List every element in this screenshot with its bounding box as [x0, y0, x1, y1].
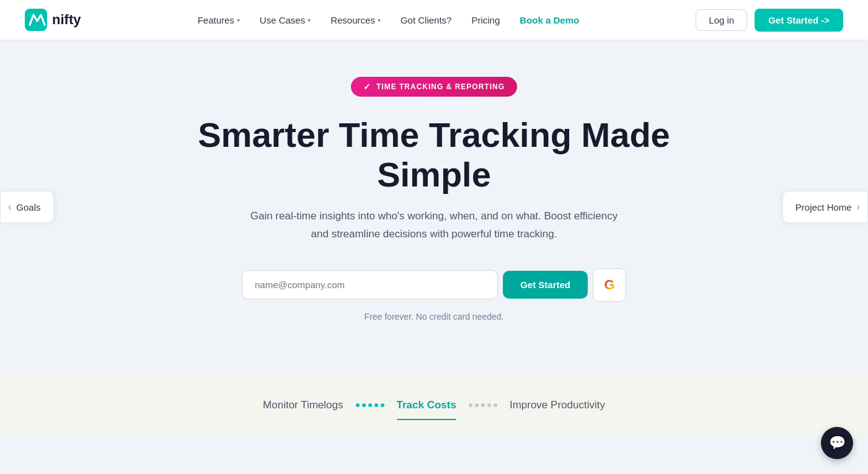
navbar: nifty Features ▾ Use Cases ▾ Resources ▾…	[0, 0, 868, 40]
dot-8	[481, 403, 485, 407]
logo-text: nifty	[52, 12, 81, 28]
side-nav-right: Project Home ›	[782, 191, 868, 223]
tab-dots-left	[356, 403, 384, 407]
nav-pricing[interactable]: Pricing	[464, 10, 507, 30]
project-home-nav-button[interactable]: Project Home ›	[782, 191, 868, 223]
check-icon: ✓	[363, 82, 371, 92]
tab-improve-label: Improve Productivity	[510, 399, 605, 411]
hero-note: Free forever. No credit card needed.	[365, 312, 504, 322]
tab-active-underline	[397, 419, 456, 420]
get-started-hero-button[interactable]: Get Started	[503, 271, 588, 299]
nav-use-cases[interactable]: Use Cases ▾	[252, 10, 318, 30]
nav-actions: Log in Get Started ->	[696, 9, 843, 32]
nav-links: Features ▾ Use Cases ▾ Resources ▾ Got C…	[190, 10, 587, 30]
logo[interactable]: nifty	[25, 9, 81, 31]
chat-icon: 💬	[829, 435, 846, 451]
tabs-section: Monitor Timelogs Track Costs Improve Pro…	[0, 374, 868, 436]
dot-9	[487, 403, 491, 407]
dot-1	[356, 403, 360, 407]
dot-3	[368, 403, 372, 407]
hero-form: Get Started G	[242, 268, 626, 302]
right-chevron-icon: ›	[857, 201, 860, 213]
google-icon: G	[604, 277, 614, 293]
tab-improve-productivity[interactable]: Improve Productivity	[497, 393, 618, 418]
hero-subtitle: Gain real-time insights into who's worki…	[242, 208, 626, 244]
side-nav-left: ‹ Goals	[0, 191, 54, 223]
login-button[interactable]: Log in	[696, 9, 747, 31]
nav-got-clients[interactable]: Got Clients?	[393, 10, 459, 30]
chat-button[interactable]: 💬	[821, 427, 853, 459]
goals-nav-button[interactable]: ‹ Goals	[0, 191, 54, 223]
tab-monitor-timelogs[interactable]: Monitor Timelogs	[250, 393, 355, 418]
chevron-down-icon: ▾	[308, 17, 311, 24]
chevron-down-icon: ▾	[237, 17, 240, 24]
chevron-down-icon: ▾	[378, 17, 381, 24]
nifty-logo-icon	[25, 9, 47, 31]
email-input[interactable]	[242, 270, 498, 299]
dot-6	[469, 403, 472, 407]
nav-features[interactable]: Features ▾	[190, 10, 247, 30]
tab-dots-right	[469, 403, 497, 407]
left-chevron-icon: ‹	[8, 201, 11, 213]
nav-book-demo[interactable]: Book a Demo	[512, 10, 587, 30]
dot-7	[475, 403, 479, 407]
hero-title: Smarter Time Tracking Made Simple	[186, 115, 682, 195]
tab-track-costs[interactable]: Track Costs	[384, 393, 469, 418]
get-started-nav-button[interactable]: Get Started ->	[755, 9, 843, 32]
tab-track-costs-label: Track Costs	[397, 399, 456, 411]
dot-2	[362, 403, 366, 407]
google-signin-button[interactable]: G	[593, 268, 626, 302]
hero-section: ‹ Goals Project Home › ✓ TIME TRACKING &…	[0, 40, 868, 374]
feature-badge: ✓ TIME TRACKING & REPORTING	[351, 77, 517, 97]
dot-4	[374, 403, 378, 407]
tab-monitor-label: Monitor Timelogs	[263, 399, 343, 411]
nav-resources[interactable]: Resources ▾	[323, 10, 388, 30]
